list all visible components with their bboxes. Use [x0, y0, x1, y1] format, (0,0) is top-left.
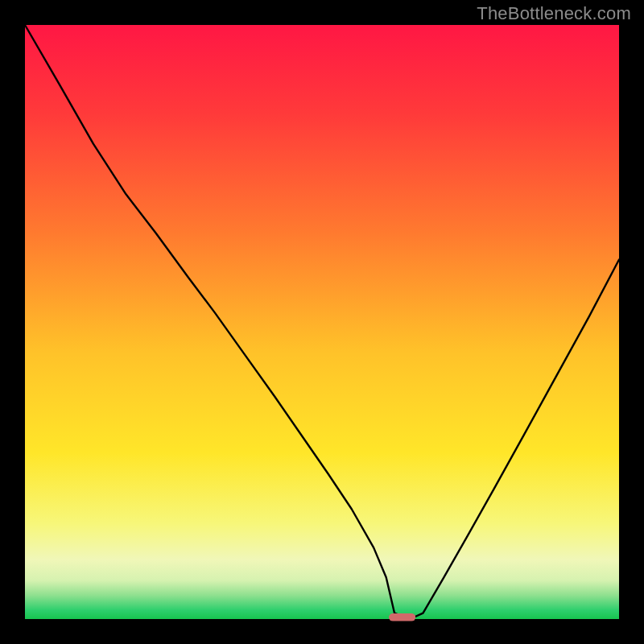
plot-background-gradient [25, 25, 619, 619]
watermark-text: TheBottleneck.com [477, 3, 631, 24]
chart-container: { "watermark": "TheBottleneck.com", "cha… [0, 0, 644, 644]
trough-marker [389, 613, 415, 621]
bottleneck-chart [0, 0, 644, 644]
